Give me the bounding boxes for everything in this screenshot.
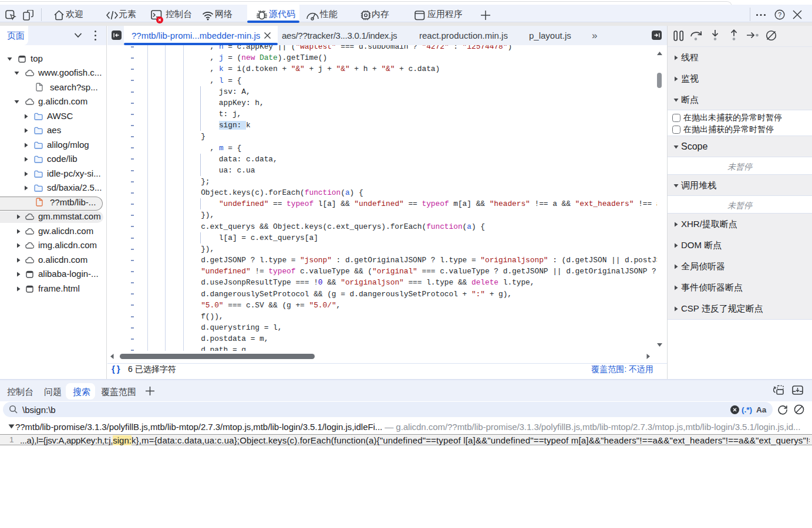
svg-text:?: ? [778,11,781,18]
